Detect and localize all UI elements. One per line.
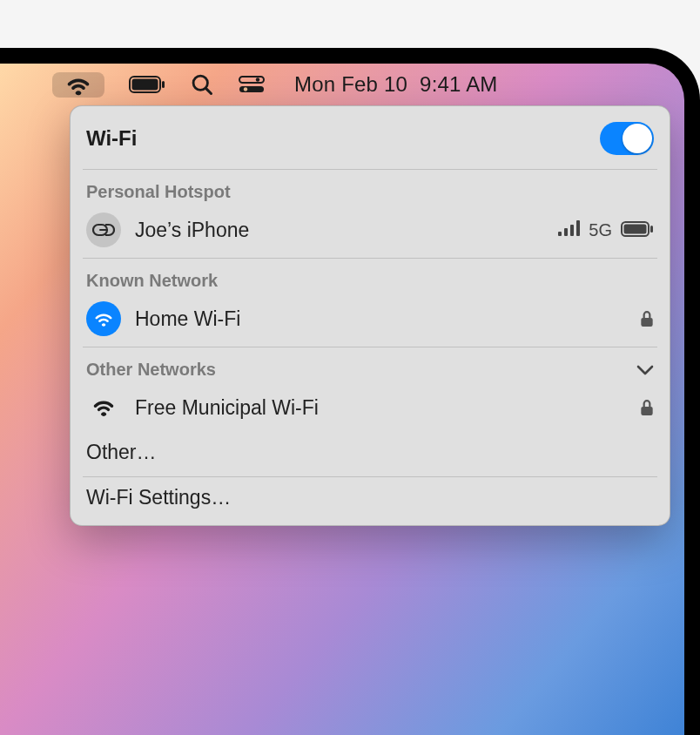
- svg-rect-9: [99, 229, 108, 231]
- known-section-label: Known Network: [71, 260, 670, 296]
- menubar-search-icon[interactable]: [190, 72, 214, 97]
- svg-rect-16: [650, 226, 653, 233]
- other-network-item[interactable]: Free Municipal Wi-Fi: [71, 385, 670, 434]
- known-network-item[interactable]: Home Wi-Fi: [71, 296, 670, 345]
- known-network-name: Home Wi-Fi: [135, 307, 626, 331]
- menubar-time: 9:41 AM: [420, 72, 497, 97]
- wifi-icon: [86, 390, 121, 425]
- svg-rect-17: [641, 318, 652, 327]
- svg-rect-1: [132, 79, 158, 91]
- hotspot-section-label: Personal Hotspot: [71, 172, 670, 207]
- hotspot-link-icon: [86, 212, 121, 247]
- cellular-tag: 5G: [589, 220, 612, 240]
- wifi-connected-icon: [86, 301, 121, 336]
- divider: [83, 169, 657, 170]
- hotspot-item[interactable]: Joe’s iPhone 5G: [71, 207, 670, 256]
- svg-line-4: [205, 88, 211, 93]
- dropdown-title: Wi-Fi: [86, 126, 137, 151]
- menubar-date: Mon Feb 10: [294, 72, 407, 97]
- svg-rect-12: [570, 225, 574, 236]
- svg-rect-5: [239, 77, 264, 83]
- divider: [83, 347, 657, 347]
- other-network-name: Free Municipal Wi-Fi: [135, 396, 626, 420]
- wifi-dropdown: Wi-Fi Personal Hotspot Joe’s iPhone 5G K…: [70, 105, 670, 526]
- menubar-battery-icon[interactable]: [129, 76, 165, 93]
- svg-rect-7: [239, 86, 264, 92]
- hotspot-status: 5G: [557, 219, 654, 242]
- menubar: Mon Feb 10 9:41 AM: [0, 64, 684, 105]
- hotspot-battery-icon: [621, 219, 654, 242]
- other-label: Other…: [86, 441, 654, 464]
- wifi-toggle[interactable]: [600, 122, 654, 155]
- lock-icon: [640, 310, 654, 327]
- other-network-manual[interactable]: Other…: [71, 434, 670, 475]
- svg-rect-2: [162, 81, 165, 88]
- hotspot-name: Joe’s iPhone: [135, 219, 543, 242]
- svg-rect-15: [624, 224, 647, 233]
- other-networks-header[interactable]: Other Networks: [71, 349, 670, 385]
- desktop-screen: Mon Feb 10 9:41 AM Wi-Fi Personal Hotspo…: [0, 64, 684, 735]
- svg-rect-18: [641, 407, 652, 415]
- cellular-bars-icon: [557, 219, 580, 242]
- wifi-settings-item[interactable]: Wi-Fi Settings…: [71, 479, 670, 520]
- svg-point-6: [256, 78, 259, 81]
- wifi-settings-label: Wi-Fi Settings…: [86, 486, 654, 509]
- menubar-control-center-icon[interactable]: [239, 74, 265, 95]
- other-section-label: Other Networks: [86, 360, 216, 380]
- svg-point-8: [244, 87, 247, 91]
- chevron-down-icon: [636, 364, 654, 376]
- svg-rect-11: [564, 228, 568, 236]
- svg-rect-13: [576, 220, 580, 236]
- divider: [83, 258, 657, 259]
- lock-icon: [640, 399, 654, 416]
- menubar-datetime[interactable]: Mon Feb 10 9:41 AM: [294, 72, 498, 97]
- svg-rect-10: [558, 232, 562, 236]
- divider: [83, 476, 657, 477]
- menubar-wifi-icon[interactable]: [52, 72, 104, 98]
